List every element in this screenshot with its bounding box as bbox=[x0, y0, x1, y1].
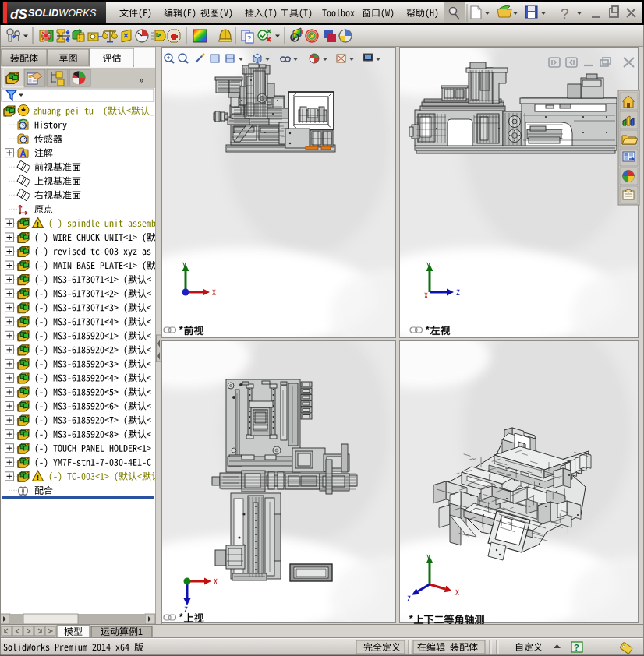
svg-text:?: ? bbox=[561, 5, 569, 22]
svg-text:A: A bbox=[20, 149, 27, 158]
svg-text:ɗS: ɗS bbox=[10, 7, 27, 22]
svg-text:!: ! bbox=[37, 474, 39, 481]
svg-text:SOLIDWORKS: SOLIDWORKS bbox=[28, 8, 97, 19]
svg-text:?: ? bbox=[247, 34, 251, 42]
svg-text:?: ? bbox=[574, 643, 579, 652]
svg-text:!: ! bbox=[37, 220, 39, 228]
